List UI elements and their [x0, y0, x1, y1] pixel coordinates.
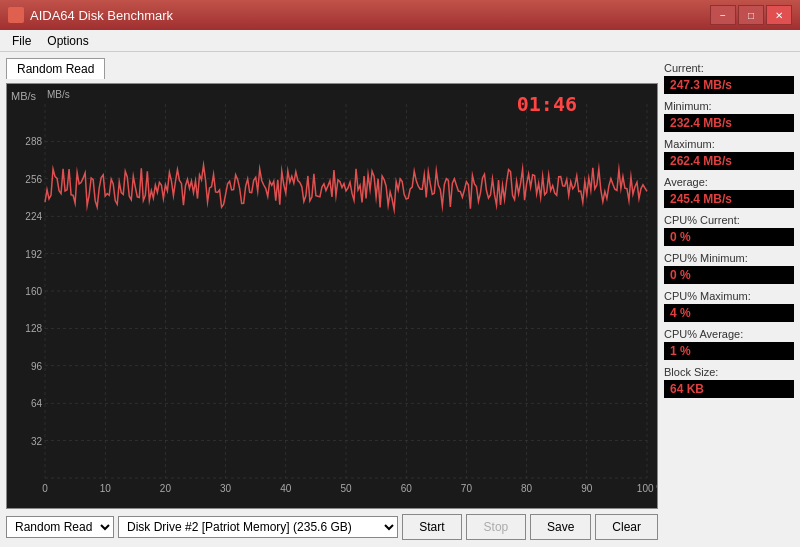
start-button[interactable]: Start — [402, 514, 462, 540]
restore-button[interactable]: □ — [738, 5, 764, 25]
app-icon — [8, 7, 24, 23]
app-title: AIDA64 Disk Benchmark — [30, 8, 173, 23]
cpu-average-value: 1 % — [664, 342, 794, 360]
block-size-value: 64 KB — [664, 380, 794, 398]
current-label: Current: — [664, 62, 794, 74]
average-label: Average: — [664, 176, 794, 188]
average-value: 245.4 MB/s — [664, 190, 794, 208]
minimum-label: Minimum: — [664, 100, 794, 112]
window-controls: − □ ✕ — [710, 5, 792, 25]
file-menu[interactable]: File — [4, 32, 39, 50]
right-panel: Current: 247.3 MB/s Minimum: 232.4 MB/s … — [664, 58, 794, 541]
title-bar-left: AIDA64 Disk Benchmark — [8, 7, 173, 23]
options-menu[interactable]: Options — [39, 32, 96, 50]
minimum-value: 232.4 MB/s — [664, 114, 794, 132]
minimize-button[interactable]: − — [710, 5, 736, 25]
drive-dropdown[interactable]: Disk Drive #2 [Patriot Memory] (235.6 GB… — [118, 516, 398, 538]
maximum-value: 262.4 MB/s — [664, 152, 794, 170]
yaxis-label: MB/s — [11, 90, 36, 102]
cpu-average-label: CPU% Average: — [664, 328, 794, 340]
bottom-controls: Random Read Disk Drive #2 [Patriot Memor… — [6, 513, 658, 541]
menu-bar: File Options — [0, 30, 800, 52]
cpu-maximum-value: 4 % — [664, 304, 794, 322]
close-button[interactable]: ✕ — [766, 5, 792, 25]
tab-random-read[interactable]: Random Read — [6, 58, 105, 79]
title-bar: AIDA64 Disk Benchmark − □ ✕ — [0, 0, 800, 30]
current-value: 247.3 MB/s — [664, 76, 794, 94]
left-panel: Random Read MB/s 01:46 Random Read Disk … — [6, 58, 658, 541]
maximum-label: Maximum: — [664, 138, 794, 150]
timer-display: 01:46 — [517, 92, 577, 116]
main-content: Random Read MB/s 01:46 Random Read Disk … — [0, 52, 800, 547]
block-size-label: Block Size: — [664, 366, 794, 378]
cpu-current-value: 0 % — [664, 228, 794, 246]
cpu-minimum-label: CPU% Minimum: — [664, 252, 794, 264]
stop-button[interactable]: Stop — [466, 514, 526, 540]
chart-canvas — [7, 84, 657, 508]
cpu-maximum-label: CPU% Maximum: — [664, 290, 794, 302]
cpu-current-label: CPU% Current: — [664, 214, 794, 226]
clear-button[interactable]: Clear — [595, 514, 658, 540]
tab-bar: Random Read — [6, 58, 658, 79]
save-button[interactable]: Save — [530, 514, 591, 540]
cpu-minimum-value: 0 % — [664, 266, 794, 284]
test-type-dropdown[interactable]: Random Read — [6, 516, 114, 538]
chart-container: MB/s 01:46 — [6, 83, 658, 509]
